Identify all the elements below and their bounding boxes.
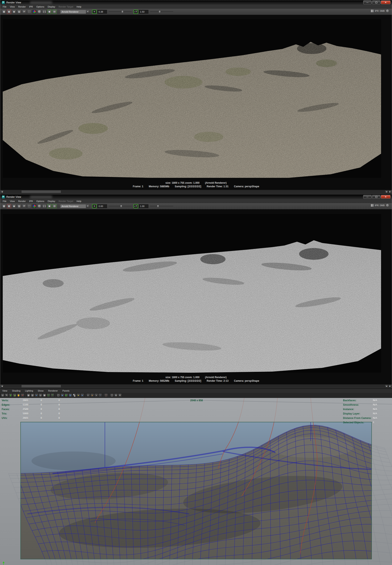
- image-plane-icon[interactable]: ◪: [13, 393, 16, 397]
- maximize-button[interactable]: [372, 195, 380, 199]
- exposure-icon[interactable]: ✳: [92, 204, 97, 208]
- exposure-icon[interactable]: ✳: [118, 393, 122, 397]
- motion-blur-icon[interactable]: ●: [90, 393, 94, 397]
- renderer-dropdown[interactable]: Arnold Renderer ▼: [60, 10, 90, 14]
- use-all-lights-icon[interactable]: ▚: [72, 393, 76, 397]
- vp-menu-renderer[interactable]: Renderer: [46, 389, 60, 392]
- one-to-one-button[interactable]: 1:1: [42, 10, 46, 14]
- chevron-down-icon[interactable]: ▼: [86, 10, 89, 14]
- film-gate-icon[interactable]: ▥: [31, 393, 34, 397]
- scroll-right-icon[interactable]: ▶: [388, 385, 392, 388]
- one-to-one-button[interactable]: 1:1: [42, 204, 46, 208]
- isolate-select-icon[interactable]: ⬚: [104, 393, 108, 397]
- scroll-left-icon[interactable]: ◀: [385, 385, 388, 388]
- scroll-left-icon[interactable]: ◀: [385, 190, 388, 193]
- renderer-dropdown[interactable]: Arnold Renderer ▼: [60, 204, 90, 208]
- redo-previous-render-button[interactable]: ▦: [7, 10, 11, 14]
- horizontal-scrollbar[interactable]: ◀ ◀ ▶: [0, 384, 392, 388]
- gate-mask-icon[interactable]: ◎: [39, 393, 42, 397]
- camera-attributes-icon[interactable]: ✎: [5, 393, 8, 397]
- gamma-value[interactable]: 1.50: [139, 10, 148, 14]
- textured-mode-icon[interactable]: ▨: [69, 393, 72, 397]
- exposure-icon[interactable]: ✳: [92, 10, 97, 14]
- rgb-channels-button[interactable]: [32, 204, 36, 208]
- shadows-icon[interactable]: ●: [81, 393, 84, 397]
- remove-image-button[interactable]: ▤: [52, 204, 56, 208]
- scroll-right-icon[interactable]: ▶: [388, 190, 392, 193]
- alpha-channel-button[interactable]: [37, 10, 42, 14]
- menu-view[interactable]: View: [8, 200, 17, 202]
- ipr-render-button[interactable]: ▨: [17, 204, 21, 208]
- menu-render[interactable]: Render: [16, 5, 27, 8]
- gamma-value[interactable]: 1.00: [139, 204, 148, 208]
- shaded-mode-icon[interactable]: ■: [60, 393, 64, 397]
- menu-options[interactable]: Options: [35, 5, 46, 8]
- maximize-button[interactable]: [372, 1, 380, 4]
- titlebar[interactable]: Render View — ✕: [0, 195, 392, 199]
- exposure-value[interactable]: 0.38: [97, 10, 107, 14]
- safe-action-icon[interactable]: ◫: [47, 393, 50, 397]
- chevron-down-icon[interactable]: ▼: [86, 204, 89, 208]
- menu-help[interactable]: Help: [75, 200, 83, 202]
- two-d-pan-zoom-icon[interactable]: ✋: [17, 393, 20, 397]
- ipr-render-button[interactable]: ▨: [17, 10, 21, 14]
- render-region-button[interactable]: ⬚: [27, 10, 31, 14]
- minimize-button[interactable]: —: [363, 1, 372, 4]
- vp-menu-shading[interactable]: Shading: [10, 389, 23, 392]
- viewport-3d-canvas[interactable]: Verts:260100 Edges:510000 Faces:250000 T…: [0, 398, 392, 565]
- wireframe-mode-icon[interactable]: ▢: [56, 393, 60, 397]
- occlusion-icon[interactable]: ◐: [86, 393, 90, 397]
- keep-image-button[interactable]: ▣: [47, 10, 52, 14]
- alpha-channel-button[interactable]: [37, 204, 42, 208]
- pause-icon[interactable]: [371, 204, 373, 207]
- menu-render[interactable]: Render: [16, 200, 27, 202]
- field-chart-icon[interactable]: ▩: [43, 393, 46, 397]
- rgb-channels-button[interactable]: [32, 10, 36, 14]
- bookmark-icon[interactable]: ▮: [9, 393, 12, 397]
- close-button[interactable]: ✕: [381, 195, 391, 199]
- render-image-area-color[interactable]: size: 1800 x 755 zoom: 1.000(Arnold Rend…: [0, 15, 392, 190]
- snapshot-button[interactable]: ◉: [12, 10, 16, 14]
- titlebar[interactable]: Render View — ✕: [0, 0, 392, 5]
- toggle-camera-icon[interactable]: ◎: [1, 393, 4, 397]
- menu-file[interactable]: File: [1, 5, 8, 8]
- exposure-slider[interactable]: [109, 10, 132, 13]
- resolution-gate-icon[interactable]: ●: [35, 393, 38, 397]
- refresh-ipr-button[interactable]: ⟳: [22, 10, 26, 14]
- menu-display[interactable]: Display: [46, 200, 57, 202]
- minimize-button[interactable]: —: [363, 195, 372, 199]
- scrollbar-thumb[interactable]: [21, 190, 61, 193]
- render-region-button[interactable]: ⬚: [27, 204, 31, 208]
- depth-of-field-icon[interactable]: ◔: [98, 393, 102, 397]
- gamma-icon[interactable]: ◐Y: [133, 204, 138, 208]
- menu-options[interactable]: Options: [35, 200, 46, 202]
- menu-display[interactable]: Display: [46, 5, 57, 8]
- gamma-slider[interactable]: [150, 205, 173, 208]
- gamma-icon[interactable]: ◐Y: [133, 10, 138, 14]
- keep-image-button[interactable]: ▣: [47, 204, 52, 208]
- pause-icon[interactable]: [371, 10, 373, 12]
- render-frame-button[interactable]: ▦: [2, 10, 6, 14]
- wireframe-on-shaded-icon[interactable]: ◧: [65, 393, 68, 397]
- grid-icon[interactable]: ▦: [27, 393, 30, 397]
- vp-menu-show[interactable]: Show: [36, 389, 46, 392]
- snapshot-button[interactable]: ◉: [12, 204, 16, 208]
- exposure-slider[interactable]: [109, 205, 132, 208]
- xray-active-icon[interactable]: ⧉: [114, 393, 118, 397]
- exposure-value[interactable]: 0.00: [97, 204, 107, 208]
- default-material-icon[interactable]: ●: [76, 393, 80, 397]
- grease-pencil-icon[interactable]: ✏: [21, 393, 24, 397]
- xray-icon[interactable]: ▢: [110, 393, 114, 397]
- menu-ipr[interactable]: IPR: [27, 5, 34, 8]
- redo-previous-render-button[interactable]: ▦: [7, 204, 11, 208]
- refresh-ipr-button[interactable]: ⟳: [22, 204, 26, 208]
- gamma-slider[interactable]: [150, 10, 173, 13]
- menu-ipr[interactable]: IPR: [27, 200, 34, 202]
- scroll-left-icon[interactable]: ◀: [0, 190, 4, 193]
- horizontal-scrollbar[interactable]: ◀ ◀ ▶: [0, 190, 392, 193]
- menu-view[interactable]: View: [8, 5, 17, 8]
- render-frame-button[interactable]: ▦: [2, 204, 6, 208]
- vp-menu-view[interactable]: View: [0, 389, 10, 392]
- scrollbar-thumb[interactable]: [21, 385, 61, 388]
- menu-help[interactable]: Help: [75, 5, 83, 8]
